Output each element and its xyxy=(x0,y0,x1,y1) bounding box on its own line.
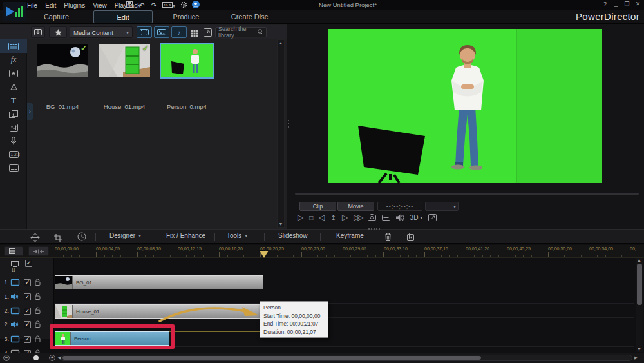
minimize-button[interactable]: _ xyxy=(612,1,620,7)
import-media-icon[interactable] xyxy=(31,26,45,38)
stop-button[interactable]: □ xyxy=(309,212,313,222)
settings-gear-icon[interactable] xyxy=(178,1,189,10)
range-select-icon[interactable] xyxy=(31,233,39,244)
timeline-vertical-scrollbar[interactable]: ▲ ▼ xyxy=(636,258,643,352)
library-vertical-scrollbar[interactable]: ▲ ▼ xyxy=(277,39,285,228)
menu-edit[interactable]: Edit xyxy=(41,1,60,10)
redo-icon[interactable]: ↷ xyxy=(148,1,160,10)
title-room-icon[interactable]: T xyxy=(0,93,27,107)
tools-button[interactable]: Tools▾ xyxy=(227,232,247,239)
undo-icon[interactable]: ↶ xyxy=(136,1,147,10)
directorzone-account-icon[interactable] xyxy=(190,1,202,10)
fast-forward-button[interactable]: ▷▷ xyxy=(354,212,361,222)
preview-quality-icon[interactable] xyxy=(382,212,390,222)
zoom-out-button[interactable]: − xyxy=(3,355,10,361)
slideshow-button[interactable]: Slideshow xyxy=(278,232,308,239)
media-item-person0[interactable] xyxy=(161,44,213,77)
zoom-slider-handle[interactable] xyxy=(33,355,39,360)
clip-mode-button[interactable]: Clip xyxy=(299,202,336,211)
track-lock-icon[interactable] xyxy=(35,319,41,330)
transition-room-icon[interactable] xyxy=(0,107,27,121)
track-enable-checkbox[interactable]: ✓ xyxy=(24,336,31,343)
zoom-in-button[interactable]: + xyxy=(49,355,55,361)
tab-create-disc[interactable]: Create Disc xyxy=(219,10,280,23)
crop-icon[interactable] xyxy=(54,233,62,244)
snapshot-icon[interactable] xyxy=(368,212,376,222)
voiceover-room-icon[interactable] xyxy=(0,134,27,148)
media-content-dropdown[interactable]: Media Content▾ xyxy=(70,26,133,38)
next-frame-button[interactable]: ▷ xyxy=(342,212,348,222)
effects-room-icon[interactable]: fx xyxy=(0,53,27,66)
playhead-marker[interactable] xyxy=(260,251,269,258)
scroll-down-icon[interactable]: ▼ xyxy=(278,222,284,226)
divider-grip[interactable] xyxy=(288,120,289,130)
previous-frame-button[interactable]: ◁ xyxy=(319,212,325,222)
preview-quality-dropdown[interactable]: ▾ xyxy=(425,202,459,211)
scroll-up-icon[interactable]: ▲ xyxy=(278,41,284,45)
duration-icon[interactable] xyxy=(77,232,86,244)
preview-seek-bar[interactable] xyxy=(295,193,639,195)
all-tracks-checkbox[interactable]: ✓ xyxy=(25,260,32,267)
track-lock-icon[interactable] xyxy=(35,333,41,345)
track-lock-icon[interactable] xyxy=(35,305,41,317)
pip-objects-room-icon[interactable] xyxy=(0,66,27,80)
media-item-bg01[interactable]: ✓ xyxy=(37,44,88,77)
collapse-tracks-icon[interactable]: ⇊ xyxy=(11,267,21,273)
particle-room-icon[interactable] xyxy=(0,80,27,93)
track-lock-icon[interactable] xyxy=(35,277,41,288)
3d-mode-button[interactable]: 3D ▾ xyxy=(410,212,423,222)
designer-button[interactable]: Designer▾ xyxy=(109,232,141,239)
tab-capture[interactable]: Capture xyxy=(26,10,87,23)
scroll-right-icon[interactable]: ▶ xyxy=(634,355,638,360)
audio-mixing-room-icon[interactable] xyxy=(0,121,27,134)
menu-plugins[interactable]: Plugins xyxy=(60,1,89,10)
restore-button[interactable]: ❐ xyxy=(623,1,630,7)
chapter-room-icon[interactable]: 1 2 3 xyxy=(0,148,27,161)
track-enable-checkbox[interactable]: ✓ xyxy=(24,293,31,300)
clip-bg01[interactable]: BG_01 xyxy=(55,275,263,289)
panel-grip[interactable] xyxy=(368,228,380,230)
filter-photo-button[interactable] xyxy=(154,26,169,38)
search-input[interactable]: Search the library xyxy=(215,27,267,37)
movie-mode-button[interactable]: Movie xyxy=(337,202,374,211)
track-lock-icon[interactable] xyxy=(35,291,41,302)
tab-produce[interactable]: Produce xyxy=(158,10,214,23)
horizontal-scrollbar-thumb[interactable] xyxy=(62,356,481,360)
volume-icon[interactable] xyxy=(396,212,404,222)
timeline-ruler[interactable]: 00;00;00;00 00;00;04;05 00;00;08;10 00;0… xyxy=(0,245,644,258)
filter-music-button[interactable]: ♪ xyxy=(171,26,187,38)
plugins-icon[interactable] xyxy=(49,26,67,38)
subtitle-room-icon[interactable] xyxy=(0,161,27,175)
fullscreen-icon[interactable] xyxy=(428,212,437,222)
save-icon[interactable] xyxy=(124,1,135,9)
menu-view[interactable]: View xyxy=(89,1,111,10)
detach-panel-icon[interactable] xyxy=(204,28,212,39)
timecode-display[interactable]: --;--;--;-- xyxy=(377,202,422,211)
fix-enhance-button[interactable]: Fix / Enhance xyxy=(166,232,205,239)
delete-icon[interactable] xyxy=(384,232,392,244)
close-button[interactable]: ✕ xyxy=(634,1,641,7)
fit-timeline-icon[interactable] xyxy=(28,246,49,256)
track-enable-checkbox[interactable]: ✓ xyxy=(24,279,31,286)
track-enable-checkbox[interactable]: ✓ xyxy=(24,308,31,315)
library-menu-icon[interactable] xyxy=(191,28,198,40)
horizontal-scrollbar[interactable] xyxy=(61,355,632,361)
vertical-scrollbar-thumb[interactable] xyxy=(637,264,642,305)
media-room-icon[interactable] xyxy=(0,39,27,53)
track-manager-icon[interactable] xyxy=(4,246,23,256)
zoom-slider[interactable] xyxy=(10,358,46,358)
preview-video[interactable] xyxy=(328,29,602,183)
track-enable-checkbox[interactable]: ✓ xyxy=(24,321,31,328)
media-item-house01[interactable]: ✓ xyxy=(99,44,150,77)
help-button[interactable]: ? xyxy=(601,1,609,7)
step-button[interactable]: ↥ xyxy=(331,212,336,222)
produce-range-icon[interactable] xyxy=(407,232,415,244)
play-button[interactable]: ▷ xyxy=(298,212,303,222)
scroll-up-icon[interactable]: ▲ xyxy=(637,258,641,262)
scroll-down-icon[interactable]: ▼ xyxy=(637,347,641,351)
filter-video-button[interactable] xyxy=(137,26,152,38)
tab-edit[interactable]: Edit xyxy=(93,10,153,23)
menu-file[interactable]: File xyxy=(23,1,41,10)
keyframe-button[interactable]: Keyframe xyxy=(336,232,364,239)
aspect-ratio-icon[interactable]: 16:9▾ xyxy=(160,1,177,9)
